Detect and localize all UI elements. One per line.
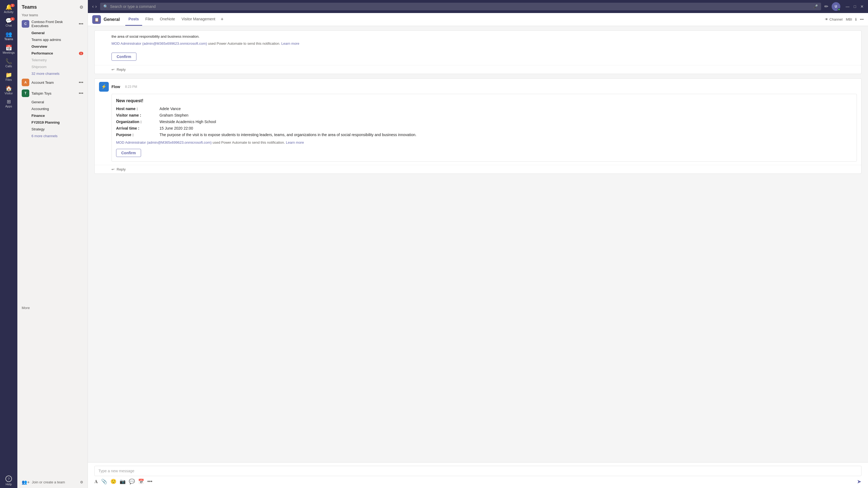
activity-badge: 2	[10, 4, 14, 7]
channel-performance-label: Performance	[31, 51, 53, 55]
files-nav-label: Files	[5, 78, 12, 82]
maximize-button[interactable]: □	[854, 4, 856, 9]
attach-icon[interactable]: 📎	[101, 479, 107, 485]
apps-icon: ⊞	[7, 99, 11, 104]
channel-fy2019[interactable]: FY2019 Planning	[18, 119, 88, 126]
channel-shiproom-label: Shiproom	[31, 65, 46, 69]
channel-shiproom[interactable]: Shiproom	[18, 63, 88, 70]
compose-icon[interactable]: ✏	[824, 3, 828, 9]
tab-onenote[interactable]: OneNote	[156, 13, 178, 26]
arrival-value-2: 15 June 2020 22:00	[159, 126, 852, 130]
minimize-button[interactable]: —	[846, 4, 849, 9]
team-tailspin[interactable]: T Tailspin Toys •••	[18, 88, 88, 99]
team-avatar-contoso: C	[22, 20, 29, 28]
admin-link-2[interactable]: MOD Administrator (admin@M365x699623.onm…	[116, 140, 212, 144]
confirm-button-1[interactable]: Confirm	[112, 53, 136, 61]
online-status	[838, 8, 840, 11]
more-options-icon[interactable]: •••	[860, 18, 864, 22]
channel-icon-symbol: 📋	[94, 18, 99, 22]
search-input[interactable]	[110, 4, 811, 9]
channel-btn-label: Channel	[830, 18, 842, 22]
join-create-team[interactable]: 👥+ Join or create a team ⚙	[18, 476, 88, 488]
messages-area: the area of social responsibility and bu…	[88, 26, 868, 462]
emoji-icon[interactable]: 🙂	[111, 479, 116, 485]
nav-item-chat[interactable]: 💬 1 Chat	[0, 16, 18, 29]
channel-overview[interactable]: Overview	[18, 43, 88, 50]
admin-link-1[interactable]: MOD Administrator (admin@M365x699623.onm…	[112, 41, 207, 45]
nav-item-files[interactable]: 📁 Files	[0, 70, 18, 84]
channel-performance[interactable]: Performance 1	[18, 50, 88, 57]
message-avatar-2: ⚡	[99, 82, 109, 92]
window-controls: — □ ✕	[846, 4, 864, 9]
team-name-contoso: Contoso Front Desk Executives	[31, 20, 76, 28]
giphy-icon[interactable]: 📷	[120, 479, 126, 485]
team-account-team[interactable]: A Account Team •••	[18, 77, 88, 88]
reply-bar-1[interactable]: ↩ Reply	[95, 65, 861, 74]
search-bar[interactable]: 🔍 🎤	[100, 3, 821, 10]
channel-accounting[interactable]: Accounting	[18, 105, 88, 112]
tab-visitor-mgmt[interactable]: Visitor Management	[178, 13, 218, 26]
channel-finance[interactable]: Finance	[18, 112, 88, 119]
channel-general[interactable]: General	[18, 30, 88, 36]
mbi-label[interactable]: MBI	[846, 18, 852, 22]
nav-item-teams[interactable]: 👥 Teams	[0, 29, 18, 43]
close-button[interactable]: ✕	[860, 4, 864, 9]
channel-more-contoso-label: 32 more channels	[31, 72, 59, 76]
nav-item-activity[interactable]: 🔔 2 Activity	[0, 2, 18, 16]
message-toolbar: 𝐀 📎 🙂 📷 💬 📅 ••• ➤	[94, 476, 862, 485]
user-avatar[interactable]: U	[832, 2, 840, 11]
team-more-account[interactable]: •••	[79, 80, 83, 85]
sticker-icon[interactable]: 💬	[129, 479, 135, 485]
format-text-icon[interactable]: 𝐀	[94, 479, 98, 485]
channel-general-label: General	[31, 31, 44, 35]
channel-t-general-label: General	[31, 100, 44, 104]
nav-item-visitor[interactable]: 🏠 Visitor	[0, 84, 18, 97]
add-tab-button[interactable]: +	[219, 17, 226, 22]
nav-arrows: ‹ ›	[92, 4, 97, 9]
message-block-2: ⚡ Flow 8:23 PM New request! Host name : …	[94, 78, 862, 174]
nav-item-help[interactable]: ? Help	[5, 474, 12, 488]
search-icon: 🔍	[103, 4, 108, 9]
learn-more-2[interactable]: Learn more	[286, 140, 304, 144]
channel-strategy-label: Strategy	[31, 127, 44, 131]
nav-item-apps[interactable]: ⊞ Apps	[0, 97, 18, 110]
message-placeholder[interactable]: Type a new message	[98, 469, 858, 473]
channel-t-general[interactable]: General	[18, 99, 88, 105]
eye-icon: 👁	[825, 18, 828, 22]
learn-more-1[interactable]: Learn more	[281, 41, 299, 45]
channel-teams-app-admins[interactable]: Teams app admins	[18, 36, 88, 43]
partial-footer: MOD Administrator (admin@M365x699623.onm…	[112, 41, 857, 45]
channel-strategy[interactable]: Strategy	[18, 126, 88, 133]
tab-files[interactable]: Files	[142, 13, 157, 26]
send-button[interactable]: ➤	[857, 478, 862, 485]
confirm-button-2[interactable]: Confirm	[116, 149, 141, 157]
message-card-2: New request! Host name : Adele Vance Vis…	[112, 94, 857, 162]
nav-bottom: ? Help	[5, 474, 12, 488]
forward-arrow[interactable]: ›	[95, 4, 97, 9]
mic-icon[interactable]: 🎤	[813, 4, 818, 9]
channel-telemetry[interactable]: Telemetry	[18, 57, 88, 63]
filter-icon[interactable]: ⚙	[80, 5, 83, 10]
team-name-account: Account Team	[31, 80, 76, 85]
sidebar-more[interactable]: More	[18, 302, 88, 313]
back-arrow[interactable]: ‹	[92, 4, 94, 9]
team-contoso[interactable]: C Contoso Front Desk Executives •••	[18, 18, 88, 30]
team-more-tailspin[interactable]: •••	[79, 91, 83, 96]
reply-bar-2[interactable]: ↩ Reply	[95, 165, 861, 173]
activity-label: Activity	[4, 10, 13, 13]
nav-item-calls[interactable]: 📞 Calls	[0, 56, 18, 70]
teams-icon: 👥	[5, 31, 12, 37]
schedule-icon[interactable]: 📅	[138, 479, 144, 485]
tab-posts[interactable]: Posts	[125, 13, 142, 26]
nav-item-meetings[interactable]: 📅 Meetings	[0, 43, 18, 56]
team-more-contoso[interactable]: •••	[79, 22, 83, 26]
more-toolbar-icon[interactable]: •••	[147, 479, 152, 485]
message-header-2: ⚡ Flow 8:23 PM	[95, 78, 861, 94]
channel-more-contoso[interactable]: 32 more channels	[18, 70, 88, 77]
channel-telemetry-label: Telemetry	[31, 58, 46, 62]
channel-more-tailspin[interactable]: 6 more channels	[18, 133, 88, 139]
settings-icon[interactable]: ⚙	[80, 480, 83, 484]
channel-button[interactable]: 👁 Channel	[825, 18, 842, 22]
info-icon[interactable]: ℹ	[855, 18, 857, 22]
top-right: ✏ U — □ ✕	[824, 2, 864, 11]
